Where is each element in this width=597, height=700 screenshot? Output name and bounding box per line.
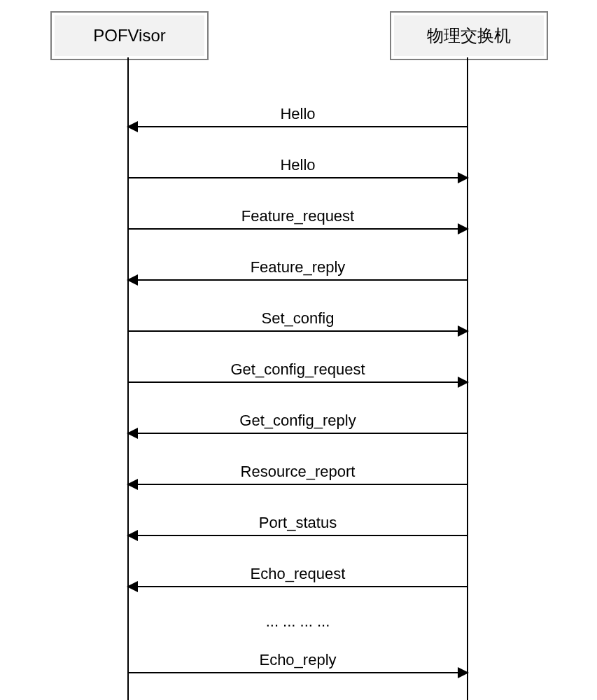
msg-resource-report: Resource_report	[128, 484, 468, 485]
sequence-diagram: POFVisor 物理交换机 Hello Hello Feature_reque…	[0, 0, 597, 700]
msg-label: Feature_reply	[128, 258, 468, 276]
msg-set-config: Set_config	[128, 330, 468, 332]
msg-hello-2: Hello	[128, 177, 468, 178]
msg-get-config-request: Get_config_request	[128, 382, 468, 383]
msg-feature-request: Feature_request	[128, 228, 468, 230]
msg-label: Hello	[128, 105, 468, 123]
msg-echo-reply: Echo_reply	[128, 672, 468, 673]
msg-label: Hello	[128, 156, 468, 174]
msg-label: Feature_request	[128, 207, 468, 225]
msg-label: ··· ··· ··· ···	[266, 616, 330, 634]
lifeline-left	[127, 57, 129, 700]
msg-label: Echo_reply	[128, 651, 468, 669]
msg-label: Port_status	[128, 514, 468, 532]
msg-ellipsis: ··· ··· ··· ···	[128, 616, 468, 634]
msg-label: Resource_report	[128, 463, 468, 481]
msg-port-status: Port_status	[128, 535, 468, 536]
msg-label: Echo_request	[128, 565, 468, 583]
msg-feature-reply: Feature_reply	[128, 279, 468, 281]
participant-right: 物理交换机	[390, 11, 548, 60]
participant-right-label: 物理交换机	[427, 24, 511, 47]
msg-hello-1: Hello	[128, 126, 468, 127]
participant-left-label: POFVisor	[93, 26, 166, 46]
msg-get-config-reply: Get_config_reply	[128, 433, 468, 434]
msg-label: Get_config_request	[128, 360, 468, 379]
msg-echo-request: Echo_request	[128, 586, 468, 587]
participant-left: POFVisor	[50, 11, 209, 60]
msg-label: Get_config_reply	[128, 412, 468, 430]
msg-label: Set_config	[128, 309, 468, 328]
